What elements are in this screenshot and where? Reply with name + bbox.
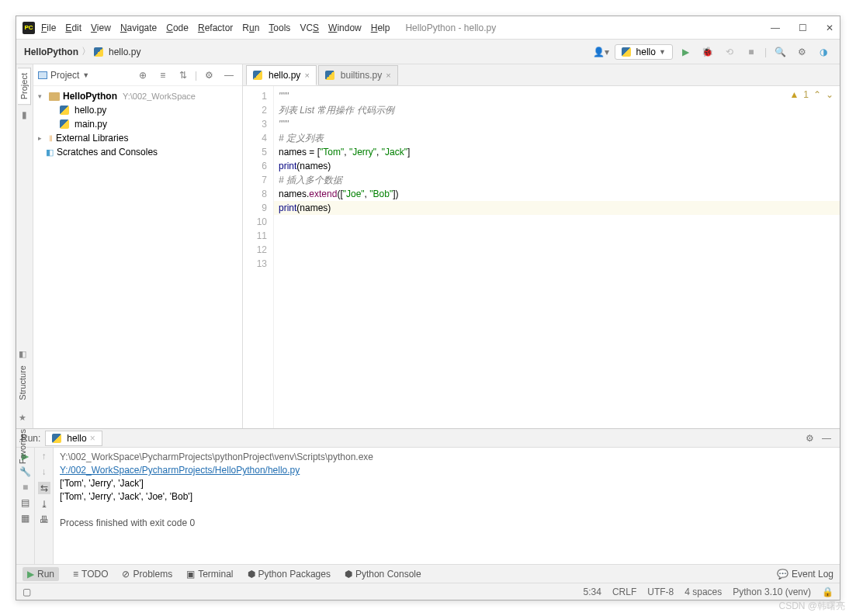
tree-file[interactable]: hello.py [33, 103, 242, 117]
status-interpreter[interactable]: Python 3.10 (venv) [733, 587, 811, 597]
tool-window-button[interactable]: ▢ [23, 587, 31, 597]
menu-edit[interactable]: Edit [65, 22, 81, 33]
tool-console[interactable]: ⬢Python Console [345, 569, 421, 580]
menu-tools[interactable]: Tools [269, 22, 290, 33]
collapse-arrow-icon[interactable]: ▾ [38, 92, 46, 100]
menu-window[interactable]: Window [328, 22, 362, 33]
target-icon[interactable]: ⊕ [134, 67, 151, 84]
search-icon[interactable]: 🔍 [771, 43, 788, 61]
print-icon[interactable]: 🖶 [40, 514, 49, 525]
close-tab-icon[interactable]: × [386, 71, 390, 80]
tree-file[interactable]: main.py [33, 117, 242, 131]
python-file-icon [253, 71, 262, 80]
run-config-label: hello [636, 47, 656, 57]
pycharm-window: PC File Edit View Navigate Code Refactor… [16, 16, 840, 600]
close-button[interactable]: ✕ [826, 22, 833, 33]
tree-external-libs[interactable]: ▸ ⫴ External Libraries [33, 131, 242, 145]
gear-icon[interactable]: ⚙ [200, 67, 217, 84]
tool-problems[interactable]: ⊘Problems [122, 569, 172, 580]
bookmark-icon[interactable]: ▮ [22, 109, 27, 120]
side-tab-structure[interactable]: Structure [16, 361, 29, 405]
status-enc[interactable]: UTF-8 [647, 587, 674, 597]
run-header: Run: hello × ⚙ — [16, 429, 840, 448]
stop-button[interactable]: ■ [743, 43, 760, 61]
python-file-icon [94, 47, 103, 57]
status-bar: ▢ 5:34 CRLF UTF-8 4 spaces Python 3.10 (… [16, 583, 840, 600]
chevron-down-icon[interactable]: ▼ [82, 71, 89, 79]
tree-root-label: HelloPython [63, 91, 117, 102]
source-code[interactable]: """列表 List 常用操作 代码示例"""# 定义列表names = ["T… [274, 86, 840, 428]
lock-icon[interactable]: 🔒 [822, 587, 833, 597]
run-body: ▶ 🔧 ■ ▤ ▦ ↑ ↓ ⇆ ⤓ 🖶 Y:\002_WorkSpace\Pyc… [16, 448, 840, 564]
status-eol[interactable]: CRLF [612, 587, 636, 597]
run-tab[interactable]: hello × [45, 431, 102, 446]
scroll-icon[interactable]: ⤓ [40, 499, 48, 510]
pin-icon[interactable]: ▦ [21, 513, 29, 524]
project-tree: ▾ HelloPython Y:\002_WorkSpace hello.py … [33, 86, 242, 162]
editor-tabs: hello.py × builtins.py × [243, 64, 840, 86]
main-area: Project ▮ Project ▼ ⊕ ≡ ⇅ | ⚙ — ▾ H [16, 64, 840, 428]
hide-icon[interactable]: — [818, 430, 835, 447]
user-icon[interactable]: 👤▾ [593, 43, 610, 61]
coverage-button[interactable]: ⟲ [721, 43, 738, 61]
tab-label: builtins.py [341, 70, 382, 81]
settings-icon[interactable]: ⚙ [793, 43, 810, 61]
status-indent[interactable]: 4 spaces [684, 587, 722, 597]
nav-bar: HelloPython 〉 hello.py 👤▾ hello ▼ ▶ 🐞 ⟲ … [16, 40, 840, 64]
close-tab-icon[interactable]: × [304, 71, 309, 80]
breadcrumb-file[interactable]: hello.py [109, 47, 140, 57]
python-icon [622, 47, 631, 57]
event-log[interactable]: 💬Event Log [777, 569, 833, 580]
side-tab-favorites[interactable]: Favorites [16, 424, 29, 469]
python-file-icon [325, 71, 334, 80]
close-icon[interactable]: × [90, 433, 95, 444]
softwrap-icon[interactable]: ⇆ [38, 482, 50, 494]
menu-code[interactable]: Code [166, 22, 189, 33]
tree-file-label: hello.py [75, 105, 106, 116]
project-header-label[interactable]: Project [50, 70, 79, 81]
layout-icon[interactable]: ▤ [21, 497, 29, 508]
breadcrumb-root[interactable]: HelloPython [24, 47, 78, 57]
folder-icon [49, 92, 60, 101]
menu-help[interactable]: Help [371, 22, 390, 33]
editor-tab-hello[interactable]: hello.py × [246, 65, 317, 85]
maximize-button[interactable]: ☐ [799, 22, 807, 33]
gear-icon[interactable]: ⚙ [801, 430, 818, 447]
stop-icon[interactable]: ■ [23, 482, 28, 493]
status-pos[interactable]: 5:34 [584, 587, 601, 597]
tree-root-path: Y:\002_WorkSpace [123, 92, 196, 101]
hide-icon[interactable]: — [220, 67, 237, 84]
expand-icon[interactable]: ⇅ [175, 67, 192, 84]
favorites-icon[interactable]: ★ [19, 413, 26, 423]
minimize-button[interactable]: — [771, 22, 780, 33]
run-button[interactable]: ▶ [678, 43, 695, 61]
debug-button[interactable]: 🐞 [699, 43, 716, 61]
tool-run[interactable]: ▶Run [23, 567, 59, 581]
help-icon[interactable]: ◑ [815, 43, 832, 61]
run-output[interactable]: Y:\002_WorkSpace\PycharmProjects\pythonP… [54, 448, 840, 564]
structure-icon[interactable]: ◧ [19, 349, 26, 359]
expand-arrow-icon[interactable]: ▸ [38, 134, 46, 142]
chevron-right-icon: 〉 [81, 45, 91, 58]
menu-vcs[interactable]: VCS [300, 22, 319, 33]
python-file-icon [60, 106, 69, 115]
menu-navigate[interactable]: Navigate [120, 22, 157, 33]
tool-terminal[interactable]: ▣Terminal [186, 569, 233, 580]
tool-todo[interactable]: ≡TODO [73, 569, 108, 580]
menu-view[interactable]: View [91, 22, 111, 33]
side-tab-project[interactable]: Project [18, 67, 31, 105]
tree-scratches[interactable]: ◧ Scratches and Consoles [33, 145, 242, 159]
run-config-dropdown[interactable]: hello ▼ [615, 44, 673, 60]
menu-file[interactable]: File [41, 22, 56, 33]
run-toolbar-2: ↑ ↓ ⇆ ⤓ 🖶 [35, 448, 54, 564]
code-editor[interactable]: 12345678910111213 """列表 List 常用操作 代码示例""… [243, 86, 840, 428]
gutter: 12345678910111213 [243, 86, 274, 428]
down-icon[interactable]: ↓ [42, 466, 47, 477]
up-icon[interactable]: ↑ [42, 451, 47, 462]
tree-root[interactable]: ▾ HelloPython Y:\002_WorkSpace [33, 89, 242, 103]
menu-run[interactable]: Run [242, 22, 259, 33]
editor-tab-builtins[interactable]: builtins.py × [318, 65, 398, 85]
tool-packages[interactable]: ⬢Python Packages [248, 569, 331, 580]
menu-refactor[interactable]: Refactor [198, 22, 233, 33]
collapse-icon[interactable]: ≡ [154, 67, 172, 84]
